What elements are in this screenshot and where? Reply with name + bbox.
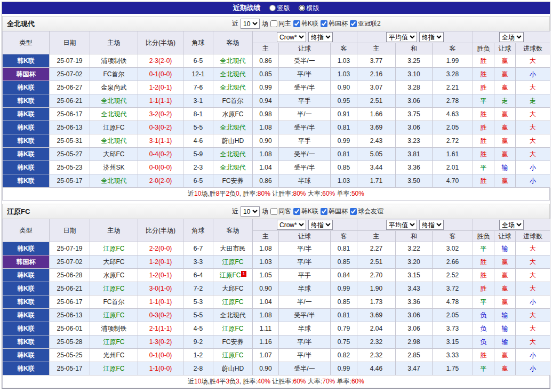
avg-away-odds-cell: 1.99 [433,54,473,68]
match-row: 韩K联25-06-21江原FC3-0(1-0)7-2大邱FC0.90半球0.99… [3,282,550,295]
orientation-option-horizontal[interactable]: 横版 [299,4,319,13]
league-type-cell: 韩K联 [3,362,50,375]
vertical-radio[interactable] [269,5,276,11]
subcol-header: 和 [396,43,433,54]
league-type-cell: 韩K联 [3,81,50,94]
handicap-result-cell: 赢 [494,362,516,375]
away-team-cell: FC首尔 [213,94,253,108]
score-cell: 2-0(2-0) [138,174,183,188]
home-team-cell: 济州SK [90,161,138,174]
avg-select[interactable]: 平均值 [386,220,417,230]
avg-away-odds-cell: 1.75 [433,362,473,375]
league-filter-option[interactable]: 韩国杯 [321,207,348,216]
avg-home-odds-cell: 5.05 [357,148,396,161]
home-team-cell: 水原FC [90,269,138,282]
col-header-type: 类型 [3,219,50,242]
recent-count-select[interactable]: 10 [241,19,260,29]
odds-company-select[interactable]: Crow* [277,32,306,42]
handicap-result-cell: 输 [494,161,516,174]
same-venue-option[interactable]: 同客 [270,207,291,216]
match-date-cell: 25-06-13 [50,309,90,322]
avg-home-odds-cell: 2.32 [357,349,396,362]
avg-away-odds-cell: 2.05 [433,309,473,322]
handicap-result-cell: 赢 [494,68,516,81]
fulltime-select[interactable]: 全场 [499,32,524,42]
home-team-cell: 浦项制铁 [90,54,138,68]
away-team-cell: 江原FC [213,322,253,335]
away-odds-cell: 0.99 [331,362,357,375]
score-cell: 0-3(0-2) [138,121,183,134]
league-filter-checkbox[interactable] [321,20,327,27]
home-odds-cell: 1.03 [253,255,279,269]
orientation-option-vertical[interactable]: 竖版 [269,4,290,13]
recent-count-select[interactable]: 10 [241,206,260,217]
away-team-cell: 蔚山HD [213,134,253,148]
avg-final-select[interactable]: 终指 [419,32,444,42]
league-type-cell: 韩K联 [3,322,50,335]
away-odds-cell: 0.85 [331,255,357,269]
summary-segment: 60% [322,190,335,197]
corner-cell: 5-5 [183,121,213,134]
odds-final-select[interactable]: 终指 [308,220,333,230]
league-filter-checkbox[interactable] [293,20,300,27]
odds-company-select[interactable]: Crow* [277,220,306,230]
league-filter-checkbox[interactable] [321,208,327,215]
league-filter-option[interactable]: 韩K联 [293,207,318,216]
avg-home-odds-cell: 2.70 [357,269,396,282]
match-date-cell: 25-06-17 [50,108,90,121]
score-cell: 1-2(0-1) [138,255,183,269]
avg-final-select[interactable]: 终指 [419,220,444,230]
league-filter-option[interactable]: 韩国杯 [321,19,348,28]
summary-segment: 50% [351,190,364,197]
match-date-cell: 25-06-21 [50,94,90,108]
summary-segment: 60% [293,378,306,385]
avg-away-odds-cell: 2.72 [433,134,473,148]
subcol-header: 进球数 [516,43,550,54]
league-filter-checkbox[interactable] [350,208,357,215]
avg-draw-odds-cell: 3.06 [396,309,433,322]
section-header: 江原FC近10场同客韩K联韩国杯球会友谊 [2,204,550,219]
away-team-cell: 全北现代 [213,121,253,134]
avg-away-odds-cell: 3.73 [433,322,473,335]
avg-odds-group-header: 平均值终指 [357,219,473,231]
league-type-cell: 韩K联 [3,54,50,68]
corner-cell: 8-1 [183,108,213,121]
league-filter-checkbox[interactable] [293,208,300,215]
team-section-1: 全北现代近10场同主韩K联韩国杯亚冠联2类型日期主场比分(半场)角球客场Crow… [2,16,550,201]
home-odds-cell: 0.85 [253,68,279,81]
avg-draw-odds-cell: 3.10 [396,68,433,81]
league-filter-label: 球会友谊 [358,207,383,216]
odds-final-select[interactable]: 终指 [308,32,333,42]
league-filter-label: 亚冠联2 [358,19,381,28]
league-filter-option[interactable]: 球会友谊 [350,207,383,216]
handicap-cell: 受半/一 [279,54,331,68]
same-venue-checkbox[interactable] [270,20,277,27]
same-venue-option[interactable]: 同主 [270,19,291,28]
match-date-cell: 25-06-28 [50,269,90,282]
avg-away-odds-cell: 1.61 [433,148,473,161]
league-filter-option[interactable]: 亚冠联2 [350,19,381,28]
away-team-cell: 江原FC [213,255,253,269]
fulltime-select[interactable]: 全场 [499,220,524,230]
subcol-header: 客 [433,43,473,54]
avg-draw-odds-cell: 3.06 [396,322,433,335]
league-filter-checkbox[interactable] [350,20,357,27]
score-cell: 1-1(0-0) [138,362,183,375]
horizontal-radio[interactable] [299,5,305,11]
avg-select[interactable]: 平均值 [386,32,417,42]
same-venue-checkbox[interactable] [270,208,277,215]
league-filter-option[interactable]: 韩K联 [293,19,318,28]
same-venue-label: 同客 [278,207,291,216]
goals-result-cell: 小 [516,362,550,375]
subcol-header: 和 [396,231,433,242]
league-type-cell: 韩K联 [3,295,50,309]
avg-draw-odds-cell: 3.47 [396,362,433,375]
odds-group-header: Crow*终指 [253,219,357,231]
avg-away-odds-cell: 2.52 [433,269,473,282]
avg-away-odds-cell: 3.15 [433,335,473,349]
score-cell: 1-2(0-1) [138,81,183,94]
avg-draw-odds-cell: 2.98 [396,335,433,349]
handicap-cell: 受半/一 [279,362,331,375]
team-sections-container: 全北现代近10场同主韩K联韩国杯亚冠联2类型日期主场比分(半场)角球客场Crow… [2,16,550,388]
handicap-cell: 平手 [279,269,331,282]
